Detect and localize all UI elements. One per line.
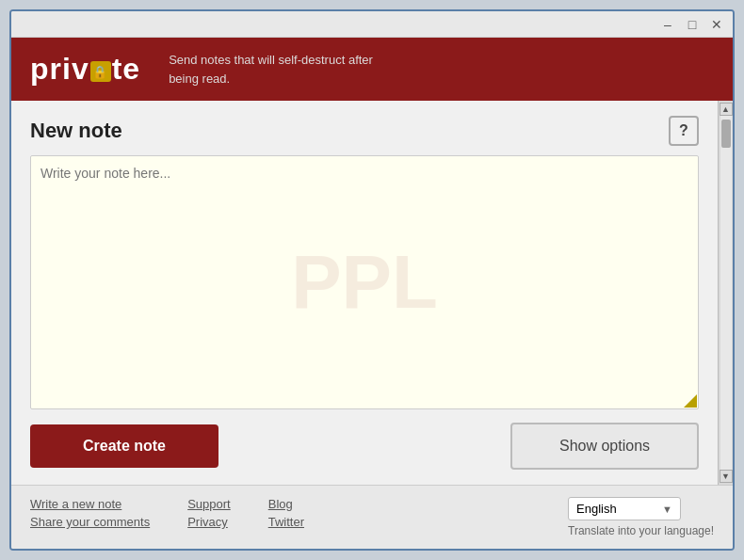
header-tagline: Send notes that will self-destruct after… xyxy=(169,51,373,88)
action-row: Create note Show options xyxy=(30,423,699,470)
write-new-note-link[interactable]: Write a new note xyxy=(30,497,150,511)
scroll-up-button[interactable]: ▲ xyxy=(720,103,733,116)
share-comments-link[interactable]: Share your comments xyxy=(30,515,150,529)
privacy-link[interactable]: Privacy xyxy=(187,515,231,529)
language-selector-area: English ▼ Translate into your language! xyxy=(568,497,714,537)
footer: Write a new note Share your comments Sup… xyxy=(11,485,733,549)
footer-links: Write a new note Share your comments Sup… xyxy=(30,497,714,537)
logo: priv 🔒 te xyxy=(30,52,140,87)
main-area: New note ? PPL Create note Show options xyxy=(11,101,718,485)
footer-col-1: Write a new note Share your comments xyxy=(30,497,150,529)
footer-col-3: Blog Twitter xyxy=(268,497,304,529)
scroll-thumb[interactable] xyxy=(721,120,731,148)
app-window: – □ ✕ priv 🔒 te Send notes that will sel… xyxy=(9,9,735,551)
language-label: English xyxy=(576,502,617,516)
titlebar: – □ ✕ xyxy=(11,11,733,38)
section-header: New note ? xyxy=(30,116,699,146)
app-header: priv 🔒 te Send notes that will self-dest… xyxy=(11,38,733,101)
maximize-button[interactable]: □ xyxy=(684,16,701,33)
support-link[interactable]: Support xyxy=(187,497,231,511)
footer-col-2: Support Privacy xyxy=(187,497,231,529)
blog-link[interactable]: Blog xyxy=(268,497,304,511)
note-input[interactable] xyxy=(30,155,699,409)
twitter-link[interactable]: Twitter xyxy=(268,515,304,529)
translate-text: Translate into your language! xyxy=(568,524,714,537)
main-with-scrollbar: New note ? PPL Create note Show options … xyxy=(11,101,733,485)
show-options-button[interactable]: Show options xyxy=(510,423,699,470)
language-select[interactable]: English ▼ xyxy=(568,497,681,520)
dropdown-arrow-icon: ▼ xyxy=(662,504,672,515)
titlebar-controls: – □ ✕ xyxy=(659,16,725,33)
close-button[interactable]: ✕ xyxy=(708,16,725,33)
logo-text: priv 🔒 te xyxy=(30,52,140,87)
help-button[interactable]: ? xyxy=(669,116,699,146)
page-title: New note xyxy=(30,119,122,143)
note-textarea-wrapper: PPL xyxy=(30,155,699,409)
scroll-down-button[interactable]: ▼ xyxy=(720,470,733,483)
scroll-track[interactable] xyxy=(720,116,732,470)
minimize-button[interactable]: – xyxy=(659,16,676,33)
create-note-button[interactable]: Create note xyxy=(30,424,218,468)
side-scrollbar: ▲ ▼ xyxy=(718,101,733,485)
